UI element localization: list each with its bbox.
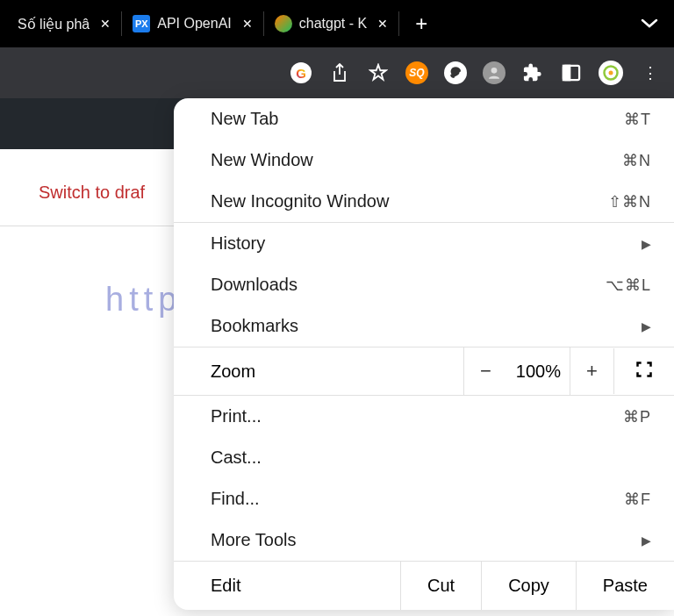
close-icon[interactable]: ✕ — [242, 17, 253, 31]
extension-swirl-icon[interactable] — [444, 61, 467, 84]
menu-zoom-row: Zoom − 100% + — [174, 347, 674, 396]
google-icon[interactable]: G — [290, 61, 312, 84]
svg-rect-2 — [563, 66, 570, 80]
menu-cast[interactable]: Cast... — [174, 437, 674, 478]
menu-label: Find... — [211, 489, 260, 509]
menu-more-tools[interactable]: More Tools ▶ — [174, 519, 674, 561]
menu-new-incognito[interactable]: New Incognito Window ⇧⌘N — [174, 181, 674, 222]
menu-shortcut: ⇧⌘N — [608, 192, 651, 211]
switch-draft-link[interactable]: Switch to draf — [39, 183, 145, 202]
copy-button[interactable]: Copy — [481, 562, 576, 610]
menu-history[interactable]: History ▶ — [174, 223, 674, 264]
menu-label: New Incognito Window — [211, 191, 389, 211]
extension-sq-icon[interactable]: SQ — [405, 61, 428, 84]
zoom-out-button[interactable]: − — [463, 347, 507, 395]
profile-avatar-icon[interactable] — [599, 61, 623, 85]
menu-shortcut: ⌘P — [623, 407, 651, 426]
chevron-right-icon: ▶ — [642, 237, 651, 251]
close-icon[interactable]: ✕ — [377, 17, 388, 31]
star-icon[interactable] — [367, 61, 390, 84]
tab-strip: Số liệu phâ ✕ PX API OpenAI ✕ chatgpt - … — [0, 0, 674, 47]
menu-shortcut: ⌘T — [624, 110, 651, 129]
menu-new-tab[interactable]: New Tab ⌘T — [174, 98, 674, 140]
chevron-right-icon: ▶ — [642, 534, 651, 548]
tab-title: API OpenAI — [157, 16, 232, 32]
chevron-right-icon: ▶ — [642, 319, 651, 333]
menu-label: History — [211, 233, 265, 254]
menu-shortcut: ⌘N — [622, 151, 651, 170]
menu-label: Cast... — [211, 448, 262, 468]
tab-3[interactable]: chatgpt - K ✕ — [264, 0, 398, 47]
menu-label: New Tab — [211, 109, 278, 129]
favicon-icon: PX — [133, 15, 150, 32]
menu-label: Bookmarks — [211, 316, 298, 336]
sidepanel-icon[interactable] — [560, 61, 583, 84]
menu-label: More Tools — [211, 530, 296, 550]
extensions-icon[interactable] — [521, 61, 544, 84]
close-icon[interactable]: ✕ — [100, 17, 111, 31]
menu-label: Downloads — [211, 275, 298, 295]
menu-new-window[interactable]: New Window ⌘N — [174, 140, 674, 181]
tab-title: Số liệu phâ — [18, 16, 90, 32]
zoom-label: Zoom — [174, 349, 463, 394]
chrome-menu-dropdown: New Tab ⌘T New Window ⌘N New Incognito W… — [174, 98, 674, 610]
extension-profile-icon[interactable] — [483, 61, 506, 84]
share-icon[interactable] — [328, 61, 351, 84]
tab-title: chatgpt - K — [299, 16, 367, 32]
favicon-icon — [275, 15, 292, 32]
menu-downloads[interactable]: Downloads ⌥⌘L — [174, 264, 674, 305]
edit-label: Edit — [174, 562, 400, 610]
zoom-value: 100% — [507, 349, 570, 394]
menu-label: Print... — [211, 406, 262, 426]
menu-edit-row: Edit Cut Copy Paste — [174, 561, 674, 610]
menu-bookmarks[interactable]: Bookmarks ▶ — [174, 305, 674, 347]
browser-toolbar: G SQ ⋮ — [0, 47, 674, 98]
zoom-in-button[interactable]: + — [570, 347, 613, 395]
menu-shortcut: ⌘F — [624, 490, 651, 509]
svg-point-4 — [609, 71, 613, 75]
tabs-overflow-button[interactable] — [632, 16, 667, 32]
menu-label: New Window — [211, 150, 313, 170]
menu-print[interactable]: Print... ⌘P — [174, 396, 674, 437]
paste-button[interactable]: Paste — [576, 562, 674, 610]
fullscreen-button[interactable] — [613, 348, 674, 394]
svg-point-0 — [491, 68, 498, 74]
cut-button[interactable]: Cut — [400, 562, 481, 610]
menu-kebab-icon[interactable]: ⋮ — [639, 61, 662, 84]
tab-2[interactable]: PX API OpenAI ✕ — [122, 0, 263, 47]
tab-1[interactable]: Số liệu phâ ✕ — [7, 0, 121, 47]
new-tab-button[interactable]: + — [399, 11, 443, 36]
menu-shortcut: ⌥⌘L — [606, 276, 651, 295]
menu-find[interactable]: Find... ⌘F — [174, 478, 674, 519]
